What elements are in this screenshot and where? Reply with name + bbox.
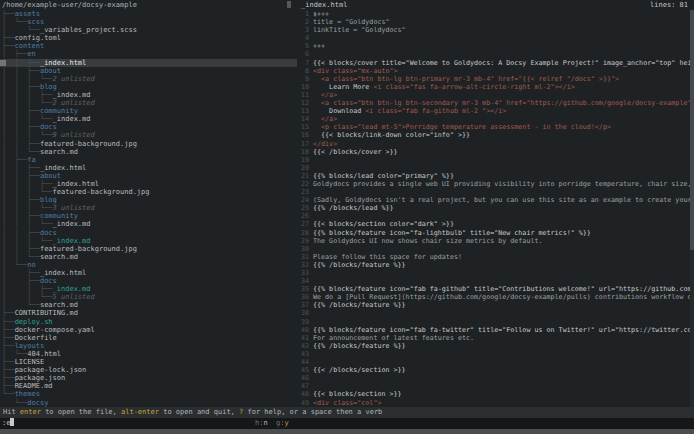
tree-row[interactable]: └──themes (0, 390, 297, 398)
tree-row[interactable]: ├──package-lock.json (0, 366, 297, 374)
tree-row[interactable]: │ │ │ └──2 unlisted (0, 99, 297, 107)
tree-entry-name: 2 unlisted (53, 99, 95, 107)
line-text: {{% /blocks/lead %}} (313, 204, 394, 212)
tree-row[interactable]: │ └──scss (0, 18, 297, 26)
tree-row[interactable]: │ │ ├──featured-background.jpg (0, 140, 297, 148)
tree-row[interactable]: ├──assets (0, 10, 297, 18)
preview-line: 37{{% /blocks/feature %}} (298, 301, 694, 309)
tree-entry-name: featured-background.jpg (40, 245, 137, 253)
line-text: {{< blocks/cover title="Welcome to Goldy… (313, 59, 694, 67)
line-text: {{% /blocks/feature %}} (313, 261, 406, 269)
line-number: 13 (298, 107, 309, 115)
preview-line: 32{{% /blocks/feature %}} (298, 261, 694, 269)
line-number: 47 (298, 382, 309, 390)
line-number: 5 (298, 42, 309, 50)
tree-row[interactable]: ├──Dockerfile (0, 334, 297, 342)
line-number: 44 (298, 358, 309, 366)
preview-line: 39 (298, 318, 694, 326)
preview-line: 47 (298, 382, 694, 390)
tree-row[interactable]: │ │ │ ├──_index.html (0, 180, 297, 188)
tree-row[interactable]: ├──deploy.sh (0, 318, 297, 326)
preview-scrollbar[interactable] (690, 10, 694, 407)
preview-line: 30 (298, 245, 694, 253)
tree-row[interactable]: │ │ └──search.md (0, 148, 297, 156)
tree-row[interactable]: │ │ │ └──_index.md (0, 220, 297, 228)
tree-row[interactable]: │ │ │ └──_index.md (0, 237, 297, 245)
tree-entry-name: _index.md (53, 115, 91, 123)
tree-row[interactable]: │ └──no (0, 261, 297, 269)
tree-row[interactable]: ├──content (0, 42, 297, 50)
line-text: Download (313, 107, 365, 115)
line-text: linkTitle = "Goldydocs" (313, 26, 406, 34)
tree-row[interactable]: │ ├──en (0, 50, 297, 58)
line-text: {{% blocks/lead color="primary" %}} (313, 172, 454, 180)
tree-row[interactable]: │ │ ├──docs (0, 229, 297, 237)
line-number: 9 (298, 75, 309, 83)
tree-row[interactable]: │ └──404.html (0, 350, 297, 358)
preview-line: 38 (298, 309, 694, 317)
tree-entry-name: fa (27, 156, 35, 164)
command-input-bar[interactable]: :e h:n g:y (0, 418, 694, 429)
line-number: 36 (298, 293, 309, 301)
line-number: 7 (298, 59, 309, 67)
line-number: 2 (298, 18, 309, 26)
tree-connector: │ ├── (2, 156, 27, 164)
tree-connector: ├── (2, 10, 15, 18)
line-text: {{< blocks/section color="dark" >}} (313, 220, 454, 228)
line-number: 29 (298, 237, 309, 245)
tree-row[interactable]: ├──config.toml (0, 34, 297, 42)
tree-row[interactable]: │ ├──docs (0, 277, 297, 285)
preview-lines-count: lines: 81 (650, 0, 688, 10)
tree-row[interactable]: │ │ │ └──2 unlisted (0, 75, 297, 83)
command-input[interactable]: :e (2, 418, 14, 429)
tree-row[interactable]: │ │ │ └──featured-background.jpg (0, 188, 297, 196)
tree-row[interactable]: ├──CONTRIBUTING.md (0, 309, 297, 317)
tree-row[interactable]: │ │ ├──about (0, 67, 297, 75)
line-text: {{% blocks/feature icon="fa-lightbulb" t… (313, 229, 591, 237)
tree-row[interactable]: ├──layouts (0, 342, 297, 350)
line-number: 20 (298, 164, 309, 172)
tree-row[interactable]: │ │ │ ├──_index.md (0, 91, 297, 99)
tree-connector: │ │ ├── (2, 107, 40, 115)
tree-row[interactable]: │ │ ├──featured-background.jpg (0, 245, 297, 253)
tree-row[interactable]: ├──docker-compose.yaml (0, 326, 297, 334)
tree-row[interactable]: │ │ ├──about (0, 172, 297, 180)
tree-row[interactable]: └──docsy (0, 399, 297, 407)
line-text: <i class="fas fa-arrow-alt-circle-right … (373, 83, 574, 91)
tree-entry-name: community (40, 107, 78, 115)
preview-line: 49<div class="col"> (298, 399, 694, 407)
tree-row[interactable]: ├──README.md (0, 382, 297, 390)
preview-scrollbar-thumb[interactable] (690, 10, 694, 250)
tree-row[interactable]: │ │ ├──community (0, 107, 297, 115)
tree-scrollbar-mark[interactable] (287, 1, 291, 8)
tree-row[interactable]: │ │ ├──_index.html (0, 59, 297, 67)
preview-line: 14 </a> (298, 115, 694, 123)
tree-entry-name: featured-background.jpg (53, 188, 150, 196)
line-text: For announcement of latest features etc. (313, 334, 474, 342)
preview-line: 9 <a class="btn btn-lg btn-primary mr-3 … (298, 75, 694, 83)
tree-row[interactable]: │ ├──_index.html (0, 269, 297, 277)
hint-text: to open and quit, (159, 408, 239, 416)
tree-row[interactable]: │ │ │ └──9 unlisted (0, 131, 297, 139)
tree-connector: │ │ │ ├── (2, 180, 53, 188)
tree-row[interactable]: │ │ └──search.md (0, 253, 297, 261)
tree-connector: │ │ │ └── (2, 188, 53, 196)
line-text: We do a [Pull Request](https://github.co… (313, 293, 694, 301)
tree-entry-name: docsy (27, 399, 48, 407)
tree-connector: ├── (2, 358, 15, 366)
tree-entry-name: blog (40, 196, 57, 204)
preview-line: 21{{% blocks/lead color="primary" %}} (298, 172, 694, 180)
tree-row[interactable]: │ │ ├──blog (0, 83, 297, 91)
tree-connector: ├── (2, 366, 15, 374)
tree-entry-name: _index.html (40, 164, 86, 172)
tree-row[interactable]: │ ├──fa (0, 156, 297, 164)
line-number: 8 (298, 67, 309, 75)
tree-row[interactable]: │ │ ├──_index.html (0, 164, 297, 172)
preview-header: _index.html lines: 81 (298, 0, 694, 10)
tree-entry-name: package-lock.json (15, 366, 87, 374)
tree-connector: │ │ │ └── (2, 99, 53, 107)
tree-entry-name: layouts (15, 342, 45, 350)
tree-row[interactable]: ├──LICENSE (0, 358, 297, 366)
tree-entry-name: about (40, 172, 61, 180)
preview-line: 35{{% blocks/feature icon="fab fa-github… (298, 285, 694, 293)
